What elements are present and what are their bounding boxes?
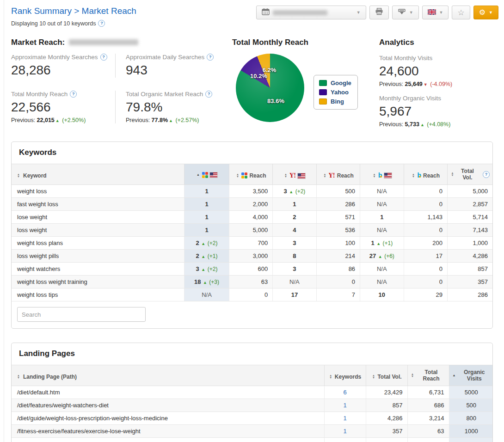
legend-swatch: [319, 98, 327, 104]
rank-cell: 3: [273, 263, 316, 276]
keyword-cell: weight loss tips: [12, 289, 184, 301]
keywords-count-link[interactable]: 3: [324, 438, 366, 442]
total-reach-cell: 686: [407, 399, 449, 412]
yahoo-reach-cell: 86: [316, 263, 360, 276]
bing-reach-cell: 1,143: [404, 211, 447, 224]
total-volume-cell: 4,286: [366, 412, 407, 425]
keyword-cell: weight loss plans: [12, 237, 184, 250]
keywords-count-link[interactable]: 1: [324, 399, 366, 412]
keywords-column-header-keyword[interactable]: Keyword: [12, 164, 184, 185]
stat-block: Approximate Monthly Searches?28,286: [11, 54, 116, 78]
bing-reach-cell: 0: [404, 263, 447, 276]
bing-reach-cell: 29: [404, 289, 447, 301]
bing-reach-cell: 17: [404, 250, 447, 263]
rank-cell: 2 ▲ (+1): [184, 250, 229, 263]
pie-slice-label: 10.2%: [250, 73, 267, 80]
landing-pages-panel-title: Landing Pages: [12, 343, 492, 365]
stat-block: Total Monthly Visits24,600Previous: 25,6…: [379, 55, 493, 87]
yahoo-reach-cell: 100: [316, 237, 360, 250]
date-range-picker[interactable]: ▼: [256, 6, 366, 19]
help-icon[interactable]: ?: [98, 20, 105, 27]
rank-cell: 2: [273, 211, 316, 224]
settings-button[interactable]: ⚙ ▼: [473, 6, 498, 19]
help-icon[interactable]: ?: [70, 91, 77, 98]
pie-legend: GoogleYahooBing: [313, 75, 358, 110]
keywords-column-header-bing[interactable]: b: [360, 164, 404, 185]
organic-visits-cell: 800: [449, 412, 493, 425]
us-flag-icon: [384, 173, 392, 178]
help-icon[interactable]: ?: [205, 91, 212, 98]
stat-label: Approximate Monthly Searches?: [11, 54, 115, 61]
landing-column-header-organic-visits[interactable]: Organic Visits: [449, 365, 493, 386]
keywords-count-link[interactable]: 1: [324, 425, 366, 438]
keywords-column-header-google[interactable]: [184, 164, 229, 185]
export-button[interactable]: ▼: [392, 6, 419, 19]
legend-item: Google: [319, 80, 351, 86]
date-range-value-redacted: [273, 10, 327, 15]
keywords-column-header-yahoo[interactable]: Y!: [273, 164, 316, 185]
rank-cell: N/A: [360, 185, 404, 198]
legend-label: Google: [331, 80, 351, 86]
keyword-row: weight loss tipsN/A01771029286: [12, 289, 492, 301]
bing-reach-cell: 0: [404, 198, 447, 211]
market-reach-title: Market Reach:: [11, 38, 232, 47]
yahoo-reach-cell: 571: [316, 211, 360, 224]
total-volume-cell: 1,000: [448, 237, 493, 250]
landing-column-header-keywords[interactable]: Keywords: [324, 365, 366, 386]
stat-label: Monthly Organic Visits: [379, 95, 493, 102]
google-reach-cell: 600: [229, 263, 272, 276]
star-icon: ☆: [457, 9, 464, 17]
favorite-button[interactable]: ☆: [452, 6, 470, 19]
rank-cell: 1: [184, 224, 229, 237]
landing-pages-panel: Landing Pages Landing Page (Path)Keyword…: [11, 343, 493, 442]
rank-cell: 27 ▲ (+6): [360, 250, 404, 263]
keywords-column-header-reach[interactable]: Y!Reach: [316, 164, 360, 185]
keywords-count-link[interactable]: 1: [324, 412, 366, 425]
bing-reach-cell: 0: [404, 185, 447, 198]
legend-label: Yahoo: [331, 89, 349, 96]
breadcrumb[interactable]: Rank Summary > Market Reach: [11, 6, 136, 17]
landing-column-header-total-reach[interactable]: Total Reach: [407, 365, 449, 386]
total-volume-cell: 857: [448, 263, 493, 276]
help-icon[interactable]: ?: [483, 171, 490, 178]
total-volume-cell: 2,857: [448, 198, 493, 211]
keywords-column-header-reach[interactable]: bReach: [404, 164, 447, 185]
keywords-column-header-total-vol[interactable]: Total Vol.?: [448, 164, 493, 185]
google-reach-cell: 3,000: [229, 250, 272, 263]
rank-cell: N/A: [360, 276, 404, 289]
landing-page-path-cell: /diet/default.htm: [12, 386, 324, 399]
total-reach-cell: 6,731: [407, 386, 449, 399]
print-button[interactable]: [369, 6, 389, 19]
gear-icon: ⚙: [479, 9, 486, 16]
keyword-row: loss weight15,0004536N/A07,143: [12, 224, 492, 237]
total-reach-cell: 11,857: [407, 438, 449, 442]
landing-column-header-total-vol[interactable]: Total Vol.: [366, 365, 407, 386]
help-icon[interactable]: ?: [100, 54, 107, 61]
landing-column-header-landing-page-path[interactable]: Landing Page (Path): [12, 365, 324, 386]
keywords-table: KeywordReachY!Y!ReachbbReachTotal Vol.? …: [12, 164, 492, 301]
keywords-panel: Keywords KeywordReachY!Y!ReachbbReachTot…: [11, 141, 493, 329]
printer-icon: [375, 8, 383, 17]
keyword-cell: lose weight: [12, 211, 184, 224]
help-icon[interactable]: ?: [207, 54, 214, 61]
us-flag-icon: [298, 173, 305, 178]
keywords-search-input[interactable]: [17, 307, 146, 322]
bing-icon: b: [378, 172, 382, 178]
google-reach-cell: 0: [229, 289, 272, 301]
stat-label: Total Monthly Visits: [379, 55, 493, 61]
keyword-row: weight loss weight training18 ▲ (+3)63N/…: [12, 276, 492, 289]
landing-page-row: /diet/guide/weight-loss-prescription-wei…: [12, 412, 493, 425]
total-volume-cell: 23,429: [366, 386, 407, 399]
keywords-count-link[interactable]: 6: [324, 386, 366, 399]
rank-cell: 1: [273, 198, 316, 211]
yahoo-icon: Y!: [289, 173, 296, 178]
keywords-column-header-reach[interactable]: Reach: [229, 164, 272, 185]
rank-cell: 3: [273, 237, 316, 250]
rank-cell: 1: [184, 211, 229, 224]
landing-page-row: /diet/default.htm623,4296,7315000: [12, 386, 493, 399]
keyword-cell: weight loss weight training: [12, 276, 184, 289]
language-selector[interactable]: ▼: [422, 6, 449, 19]
total-volume-cell: 7,143: [448, 224, 493, 237]
rank-cell: 2 ▲ (+2): [184, 237, 229, 250]
rank-cell: 3 ▲ (+2): [273, 185, 316, 198]
